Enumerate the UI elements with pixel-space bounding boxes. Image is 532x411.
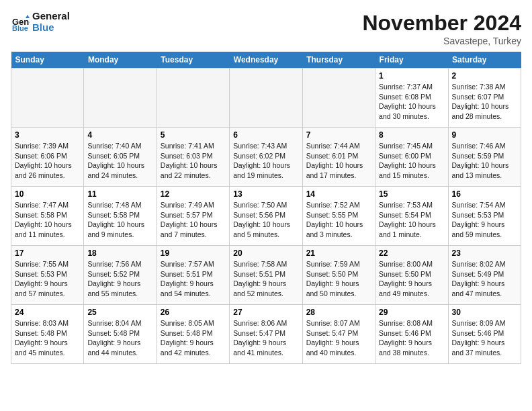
day-number: 11 <box>87 189 152 199</box>
calendar-day-cell: 3Sunrise: 7:39 AM Sunset: 6:06 PM Daylig… <box>11 128 84 187</box>
day-info: Sunrise: 8:09 AM Sunset: 5:46 PM Dayligh… <box>452 318 517 358</box>
calendar-day-cell <box>157 68 229 128</box>
day-number: 28 <box>306 308 371 317</box>
day-number: 30 <box>452 308 517 317</box>
day-number: 3 <box>15 130 80 140</box>
day-number: 4 <box>87 130 152 140</box>
calendar-day-cell: 29Sunrise: 8:08 AM Sunset: 5:46 PM Dayli… <box>375 305 448 364</box>
day-of-week-header: Friday <box>375 52 448 68</box>
day-info: Sunrise: 8:08 AM Sunset: 5:46 PM Dayligh… <box>379 318 444 358</box>
day-number: 8 <box>379 130 444 140</box>
calendar-day-cell: 26Sunrise: 8:05 AM Sunset: 5:48 PM Dayli… <box>157 305 229 364</box>
calendar-week-row: 3Sunrise: 7:39 AM Sunset: 6:06 PM Daylig… <box>11 128 521 187</box>
day-info: Sunrise: 7:43 AM Sunset: 6:02 PM Dayligh… <box>233 141 298 181</box>
calendar-week-row: 1Sunrise: 7:37 AM Sunset: 6:08 PM Daylig… <box>11 68 521 128</box>
day-number: 23 <box>452 248 517 258</box>
day-number: 17 <box>15 248 80 258</box>
day-info: Sunrise: 8:00 AM Sunset: 5:50 PM Dayligh… <box>379 259 444 299</box>
day-of-week-header: Wednesday <box>230 52 302 68</box>
day-info: Sunrise: 8:04 AM Sunset: 5:48 PM Dayligh… <box>87 318 152 358</box>
day-number: 29 <box>379 308 444 317</box>
calendar-day-cell: 22Sunrise: 8:00 AM Sunset: 5:50 PM Dayli… <box>375 246 448 305</box>
day-info: Sunrise: 7:37 AM Sunset: 6:08 PM Dayligh… <box>379 82 444 122</box>
calendar-day-cell: 4Sunrise: 7:40 AM Sunset: 6:05 PM Daylig… <box>84 128 157 187</box>
day-of-week-header: Thursday <box>302 52 375 68</box>
calendar-day-cell: 1Sunrise: 7:37 AM Sunset: 6:08 PM Daylig… <box>375 68 448 128</box>
calendar-day-cell: 16Sunrise: 7:54 AM Sunset: 5:53 PM Dayli… <box>448 187 521 246</box>
calendar-day-cell: 10Sunrise: 7:47 AM Sunset: 5:58 PM Dayli… <box>11 187 84 246</box>
day-info: Sunrise: 7:41 AM Sunset: 6:03 PM Dayligh… <box>161 141 226 181</box>
calendar-day-cell: 8Sunrise: 7:45 AM Sunset: 6:00 PM Daylig… <box>375 128 448 187</box>
logo-icon: General Blue <box>11 13 30 32</box>
calendar-day-cell <box>11 68 84 128</box>
day-number: 26 <box>161 308 226 317</box>
day-number: 12 <box>161 189 226 199</box>
day-number: 5 <box>161 130 226 140</box>
day-info: Sunrise: 7:47 AM Sunset: 5:58 PM Dayligh… <box>15 200 80 240</box>
calendar-day-cell: 5Sunrise: 7:41 AM Sunset: 6:03 PM Daylig… <box>157 128 229 187</box>
calendar-day-cell: 28Sunrise: 8:07 AM Sunset: 5:47 PM Dayli… <box>302 305 375 364</box>
calendar-day-cell <box>84 68 157 128</box>
day-info: Sunrise: 8:03 AM Sunset: 5:48 PM Dayligh… <box>15 318 80 358</box>
day-of-week-header: Sunday <box>11 52 84 68</box>
day-number: 7 <box>306 130 371 140</box>
calendar-day-cell: 18Sunrise: 7:56 AM Sunset: 5:52 PM Dayli… <box>84 246 157 305</box>
day-number: 10 <box>15 189 80 199</box>
day-of-week-header: Saturday <box>448 52 521 68</box>
calendar-day-cell: 6Sunrise: 7:43 AM Sunset: 6:02 PM Daylig… <box>230 128 302 187</box>
day-number: 16 <box>452 189 517 199</box>
day-info: Sunrise: 7:58 AM Sunset: 5:51 PM Dayligh… <box>233 259 298 299</box>
calendar-day-cell: 14Sunrise: 7:52 AM Sunset: 5:55 PM Dayli… <box>302 187 375 246</box>
day-number: 9 <box>452 130 517 140</box>
logo-text: GeneralBlue <box>32 11 70 33</box>
day-info: Sunrise: 7:40 AM Sunset: 6:05 PM Dayligh… <box>87 141 152 181</box>
day-info: Sunrise: 7:45 AM Sunset: 6:00 PM Dayligh… <box>379 141 444 181</box>
day-info: Sunrise: 7:49 AM Sunset: 5:57 PM Dayligh… <box>161 200 226 240</box>
calendar-day-cell: 7Sunrise: 7:44 AM Sunset: 6:01 PM Daylig… <box>302 128 375 187</box>
calendar-day-cell: 17Sunrise: 7:55 AM Sunset: 5:53 PM Dayli… <box>11 246 84 305</box>
calendar-day-cell: 2Sunrise: 7:38 AM Sunset: 6:07 PM Daylig… <box>448 68 521 128</box>
calendar-day-cell: 27Sunrise: 8:06 AM Sunset: 5:47 PM Dayli… <box>230 305 302 364</box>
day-number: 24 <box>15 308 80 317</box>
day-info: Sunrise: 8:05 AM Sunset: 5:48 PM Dayligh… <box>161 318 226 358</box>
day-number: 13 <box>233 189 298 199</box>
calendar-day-cell: 23Sunrise: 8:02 AM Sunset: 5:49 PM Dayli… <box>448 246 521 305</box>
calendar-week-row: 10Sunrise: 7:47 AM Sunset: 5:58 PM Dayli… <box>11 187 521 246</box>
day-info: Sunrise: 7:55 AM Sunset: 5:53 PM Dayligh… <box>15 259 80 299</box>
day-info: Sunrise: 7:54 AM Sunset: 5:53 PM Dayligh… <box>452 200 517 240</box>
day-number: 22 <box>379 248 444 258</box>
calendar-day-cell: 20Sunrise: 7:58 AM Sunset: 5:51 PM Dayli… <box>230 246 302 305</box>
calendar-table: SundayMondayTuesdayWednesdayThursdayFrid… <box>11 52 521 364</box>
day-info: Sunrise: 8:02 AM Sunset: 5:49 PM Dayligh… <box>452 259 517 299</box>
day-info: Sunrise: 7:52 AM Sunset: 5:55 PM Dayligh… <box>306 200 371 240</box>
day-number: 19 <box>161 248 226 258</box>
day-number: 14 <box>306 189 371 199</box>
calendar-week-row: 17Sunrise: 7:55 AM Sunset: 5:53 PM Dayli… <box>11 246 521 305</box>
calendar-day-cell: 11Sunrise: 7:48 AM Sunset: 5:58 PM Dayli… <box>84 187 157 246</box>
title-block: November 2024 Savastepe, Turkey <box>362 11 521 46</box>
calendar-header-row: SundayMondayTuesdayWednesdayThursdayFrid… <box>11 52 521 68</box>
svg-text:Blue: Blue <box>12 24 28 32</box>
calendar-day-cell: 13Sunrise: 7:50 AM Sunset: 5:56 PM Dayli… <box>230 187 302 246</box>
calendar-day-cell <box>302 68 375 128</box>
day-number: 25 <box>87 308 152 317</box>
day-info: Sunrise: 8:06 AM Sunset: 5:47 PM Dayligh… <box>233 318 298 358</box>
calendar-day-cell: 12Sunrise: 7:49 AM Sunset: 5:57 PM Dayli… <box>157 187 229 246</box>
day-number: 6 <box>233 130 298 140</box>
day-number: 1 <box>379 71 444 81</box>
calendar-body: 1Sunrise: 7:37 AM Sunset: 6:08 PM Daylig… <box>11 68 521 364</box>
calendar-day-cell: 15Sunrise: 7:53 AM Sunset: 5:54 PM Dayli… <box>375 187 448 246</box>
day-number: 18 <box>87 248 152 258</box>
day-info: Sunrise: 7:53 AM Sunset: 5:54 PM Dayligh… <box>379 200 444 240</box>
calendar-day-cell: 24Sunrise: 8:03 AM Sunset: 5:48 PM Dayli… <box>11 305 84 364</box>
day-info: Sunrise: 7:48 AM Sunset: 5:58 PM Dayligh… <box>87 200 152 240</box>
day-info: Sunrise: 7:56 AM Sunset: 5:52 PM Dayligh… <box>87 259 152 299</box>
location-subtitle: Savastepe, Turkey <box>362 36 521 46</box>
day-of-week-header: Monday <box>84 52 157 68</box>
day-info: Sunrise: 8:07 AM Sunset: 5:47 PM Dayligh… <box>306 318 371 358</box>
page-header: General Blue GeneralBlue November 2024 S… <box>11 11 521 46</box>
calendar-day-cell <box>230 68 302 128</box>
calendar-day-cell: 9Sunrise: 7:46 AM Sunset: 5:59 PM Daylig… <box>448 128 521 187</box>
day-info: Sunrise: 7:59 AM Sunset: 5:50 PM Dayligh… <box>306 259 371 299</box>
calendar-day-cell: 19Sunrise: 7:57 AM Sunset: 5:51 PM Dayli… <box>157 246 229 305</box>
